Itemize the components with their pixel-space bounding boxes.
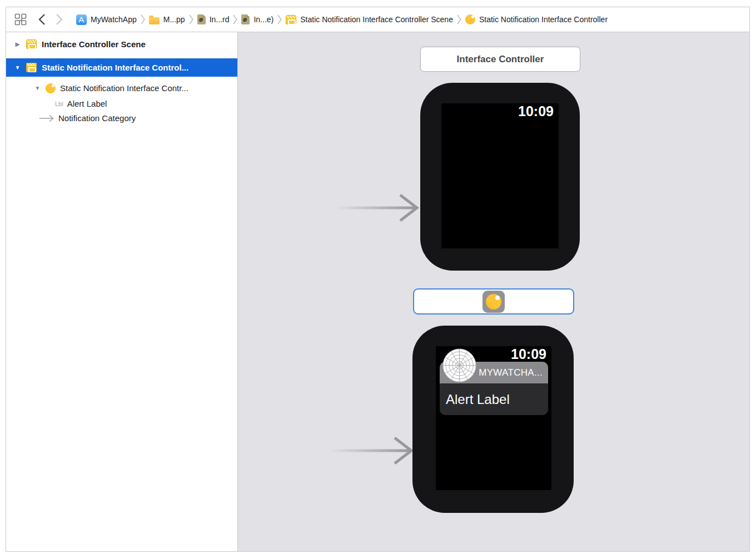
breadcrumb-separator-icon — [457, 14, 461, 24]
breadcrumb-separator-icon — [189, 14, 193, 24]
app-icon — [76, 14, 87, 25]
segue-arrow-icon — [39, 114, 54, 122]
app-icon-globe — [442, 348, 476, 382]
interface-controller-icon — [486, 294, 501, 310]
interface-controller-icon — [46, 83, 56, 93]
static-notification-preview[interactable]: 10:09 MYWATCHA... Alert Label — [412, 326, 574, 513]
status-time: 10:09 — [511, 346, 546, 362]
outline-label: Static Notification Interface Contr... — [60, 83, 188, 93]
scene-title-bar[interactable]: Interface Controller — [420, 47, 580, 72]
jump-bar: MyWatchApp M...pp In...rd In...e) Static… — [6, 7, 749, 32]
xcode-editor-window: MyWatchApp M...pp In...rd In...e) Static… — [6, 7, 750, 552]
scene-icon — [26, 39, 37, 49]
breadcrumb-label: Static Notification Interface Controller — [479, 15, 608, 24]
storyboard-file-icon — [241, 14, 250, 24]
interface-controller-icon — [465, 14, 475, 24]
breadcrumb-item-storyboard[interactable]: In...rd — [197, 14, 230, 24]
notification-category-chip[interactable] — [483, 291, 505, 313]
notification-category-bar[interactable] — [413, 288, 574, 315]
breadcrumb-label: In...rd — [210, 15, 230, 24]
breadcrumb-item-scene[interactable]: Static Notification Interface Controller… — [286, 15, 453, 24]
alert-label[interactable]: Alert Label — [440, 383, 548, 415]
scene-icon — [286, 15, 296, 24]
storyboard-file-icon — [197, 14, 206, 24]
disclosure-expanded-icon[interactable]: ▼ — [34, 85, 41, 91]
outline-label: Static Notification Interface Control... — [42, 63, 188, 72]
entry-point-arrow[interactable] — [334, 192, 422, 223]
folder-icon — [149, 17, 160, 24]
outline-row-alert-label[interactable]: Lbl Alert Label — [6, 97, 237, 111]
entry-point-arrow[interactable] — [329, 435, 416, 466]
forward-chevron-icon[interactable] — [56, 13, 63, 26]
watch-screen[interactable]: 10:09 — [441, 103, 559, 248]
disclosure-collapsed-icon[interactable]: ▶ — [14, 41, 21, 47]
outline-label: Interface Controller Scene — [42, 39, 146, 49]
breadcrumb-separator-icon — [277, 14, 282, 24]
outline-label: Notification Category — [58, 113, 136, 123]
outline-row-static-notification-scene[interactable]: ▼ Static Notification Interface Control.… — [6, 58, 237, 77]
document-outline: ▶ Interface Controller Scene ▼ Static No… — [6, 32, 238, 551]
breadcrumb-separator-icon — [141, 14, 145, 24]
breadcrumb-label: MyWatchApp — [91, 15, 137, 24]
breadcrumb-item-localization[interactable]: In...e) — [241, 14, 273, 24]
breadcrumb-item-controller[interactable]: Static Notification Interface Controller — [465, 14, 608, 24]
breadcrumb-separator-icon — [233, 14, 237, 24]
watch-screen[interactable]: 10:09 MYWATCHA... Alert Label — [436, 346, 551, 490]
outline-row-notification-category[interactable]: Notification Category — [6, 111, 237, 126]
breadcrumb-label: In...e) — [253, 15, 273, 24]
breadcrumb-label: M...pp — [163, 15, 185, 24]
disclosure-expanded-icon[interactable]: ▼ — [14, 64, 21, 71]
breadcrumb-item-group[interactable]: M...pp — [149, 15, 185, 24]
status-time: 10:09 — [518, 103, 554, 119]
related-items-icon[interactable] — [14, 13, 27, 26]
outline-label: Alert Label — [67, 99, 107, 108]
breadcrumb-item-project[interactable]: MyWatchApp — [76, 14, 137, 25]
outline-row-interface-controller-scene[interactable]: ▶ Interface Controller Scene — [6, 37, 237, 52]
outline-row-static-notification-controller[interactable]: ▼ Static Notification Interface Contr... — [6, 81, 237, 96]
scene-icon — [26, 63, 37, 72]
storyboard-canvas[interactable]: Interface Controller 10:09 — [238, 32, 749, 551]
back-chevron-icon[interactable] — [38, 13, 46, 26]
interface-controller-preview[interactable]: 10:09 — [420, 83, 580, 271]
label-type-badge: Lbl — [55, 101, 63, 107]
breadcrumb-label: Static Notification Interface Controller… — [300, 15, 453, 24]
